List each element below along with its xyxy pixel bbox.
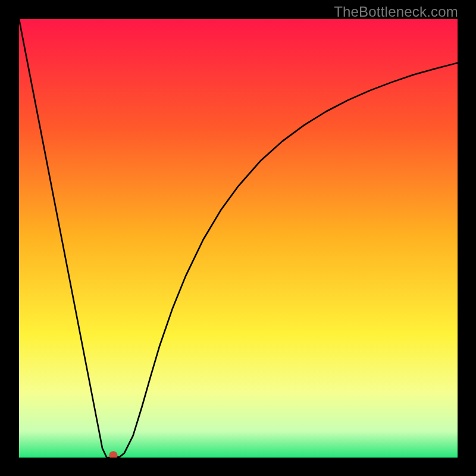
plot-area (19, 19, 458, 458)
bottleneck-curve-line (19, 19, 458, 458)
marker-dot (109, 451, 117, 458)
chart-container: TheBottleneck.com (0, 0, 476, 476)
watermark-text: TheBottleneck.com (334, 4, 458, 20)
curve-layer (19, 19, 458, 458)
